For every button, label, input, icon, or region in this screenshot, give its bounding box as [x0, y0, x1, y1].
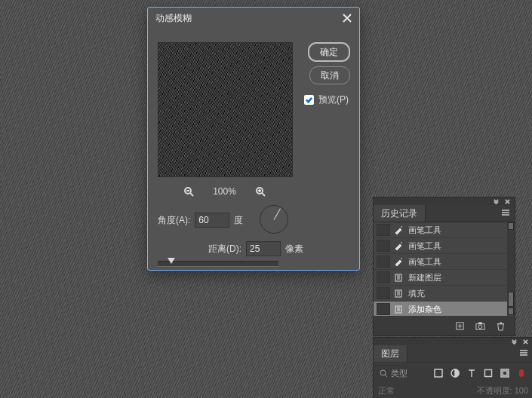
- distance-input[interactable]: 25: [246, 241, 281, 256]
- zoom-in-button[interactable]: [254, 185, 266, 197]
- zoom-level: 100%: [213, 186, 236, 197]
- filter-kind: 类型: [391, 368, 407, 379]
- scroll-down[interactable]: [508, 308, 514, 315]
- angle-dial[interactable]: [260, 205, 288, 234]
- history-item-label: 新建图层: [408, 272, 441, 283]
- layer-opts-row: 正常 不透明度: 100: [374, 383, 532, 398]
- history-thumb: [377, 224, 390, 236]
- filter-smart-icon[interactable]: [500, 368, 510, 378]
- collapse-icon[interactable]: [512, 339, 517, 344]
- filter-type-icon[interactable]: [466, 368, 477, 378]
- svg-rect-12: [485, 370, 492, 377]
- preview-checkbox-row[interactable]: 预览(P): [304, 93, 349, 106]
- layer-filter[interactable]: 类型: [380, 368, 407, 379]
- distance-slider-track[interactable]: [158, 261, 278, 267]
- search-icon: [380, 369, 388, 378]
- history-item[interactable]: 新建图层: [374, 270, 507, 286]
- preview-checkbox[interactable]: [304, 95, 314, 105]
- angle-label: 角度(A):: [158, 214, 190, 227]
- panel-close-icon[interactable]: [523, 339, 528, 344]
- history-item[interactable]: 画笔工具: [374, 254, 507, 270]
- panel-tabs: 历史记录: [374, 205, 515, 222]
- preview-label: 预览(P): [318, 93, 349, 106]
- history-panel: 历史记录 画笔工具画笔工具画笔工具新建图层填充添加杂色: [373, 197, 515, 336]
- distance-label: 距离(D):: [208, 243, 241, 256]
- panel-tabs: 图层: [374, 345, 532, 363]
- close-icon: [343, 14, 352, 23]
- layer-icon: [393, 272, 404, 283]
- history-list: 画笔工具画笔工具画笔工具新建图层填充添加杂色: [374, 222, 507, 317]
- opacity-label[interactable]: 不透明度: 100: [477, 385, 528, 396]
- tab-layers[interactable]: 图层: [374, 345, 407, 362]
- history-item-label: 添加杂色: [408, 304, 441, 315]
- history-item[interactable]: 添加杂色: [374, 302, 507, 317]
- history-item[interactable]: 画笔工具: [374, 222, 507, 238]
- filter-shape-icon[interactable]: [483, 368, 494, 378]
- blend-mode[interactable]: 正常: [378, 385, 395, 396]
- menu-icon: [501, 209, 510, 216]
- history-item-label: 填充: [408, 288, 425, 299]
- motion-blur-dialog: 动感模糊 100% 确定 取消 预览(P) 角度(A): 60 度 距离(D):…: [147, 7, 360, 271]
- filter-adjust-icon[interactable]: [450, 368, 460, 378]
- layers-panel: 图层 类型 正常 不透明度: 100: [373, 337, 532, 398]
- history-scrollbar[interactable]: [507, 222, 515, 315]
- history-thumb: [377, 271, 390, 283]
- panel-menu-button[interactable]: [519, 348, 528, 359]
- panel-menu-button[interactable]: [501, 208, 510, 219]
- create-document-icon[interactable]: [455, 321, 465, 331]
- svg-rect-8: [479, 322, 482, 323]
- svg-rect-15: [519, 369, 524, 377]
- layer-filter-row: 类型: [374, 363, 532, 383]
- angle-unit: 度: [234, 214, 243, 227]
- tab-history[interactable]: 历史记录: [374, 205, 426, 222]
- svg-point-9: [380, 370, 386, 375]
- zoom-out-button[interactable]: [183, 185, 195, 197]
- filter-toggle[interactable]: [516, 368, 527, 378]
- svg-rect-14: [503, 371, 507, 375]
- distance-row: 距离(D): 25 像素: [208, 241, 303, 256]
- zoom-bar: 100%: [158, 182, 291, 201]
- dialog-title: 动感模糊: [148, 8, 359, 29]
- history-thumb: [377, 240, 390, 252]
- panel-strip: [374, 197, 515, 205]
- snapshot-icon[interactable]: [475, 321, 485, 331]
- collapse-icon[interactable]: [494, 199, 499, 204]
- check-icon: [306, 96, 312, 103]
- effect-preview[interactable]: [158, 42, 293, 177]
- zoom-out-icon: [183, 186, 194, 197]
- layer-filter-icons: [433, 368, 527, 378]
- svg-rect-10: [435, 369, 442, 377]
- history-thumb: [377, 303, 390, 315]
- brush-icon: [393, 256, 404, 267]
- distance-unit: 像素: [285, 243, 303, 256]
- layer-icon: [393, 304, 404, 314]
- layer-icon: [393, 288, 404, 298]
- panel-strip: [374, 338, 532, 345]
- cancel-button[interactable]: 取消: [309, 66, 350, 84]
- history-item-label: 画笔工具: [408, 240, 441, 252]
- ok-button[interactable]: 确定: [308, 42, 350, 62]
- history-thumb: [377, 287, 390, 299]
- history-item[interactable]: 画笔工具: [374, 238, 507, 254]
- brush-icon: [393, 225, 404, 235]
- zoom-in-icon: [255, 186, 266, 197]
- history-item-label: 画笔工具: [408, 256, 441, 268]
- history-footer: [374, 316, 515, 335]
- scroll-thumb[interactable]: [508, 292, 514, 307]
- panel-close-icon[interactable]: [505, 199, 510, 204]
- brush-icon: [393, 240, 404, 251]
- history-thumb: [377, 256, 390, 268]
- history-item-label: 画笔工具: [408, 225, 441, 236]
- delete-icon[interactable]: [496, 321, 506, 331]
- filter-pixel-icon[interactable]: [433, 368, 444, 378]
- angle-input[interactable]: 60: [195, 213, 229, 228]
- angle-row: 角度(A): 60 度: [158, 213, 243, 228]
- history-item[interactable]: 填充: [374, 286, 507, 302]
- dialog-close-button[interactable]: [340, 11, 355, 26]
- distance-slider-thumb[interactable]: [168, 258, 175, 264]
- svg-point-7: [478, 325, 482, 329]
- menu-icon: [519, 349, 528, 357]
- scroll-up[interactable]: [508, 222, 514, 230]
